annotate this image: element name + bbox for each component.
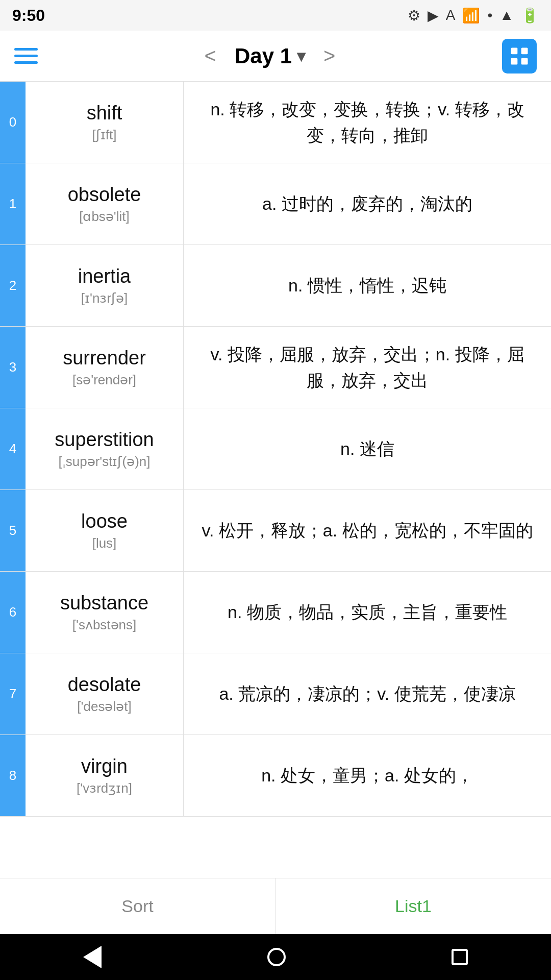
grid-view-button[interactable] [502, 39, 537, 74]
word-english: substance [60, 592, 148, 614]
android-nav-bar [0, 934, 551, 980]
header-nav: < Day 1 ▾ > [205, 44, 336, 68]
next-day-button[interactable]: > [323, 44, 335, 67]
word-definition: n. 转移，改变，变换，转换；v. 转移，改变，转向，推卸 [184, 82, 551, 163]
word-left: virgin ['vɜrdʒɪn] [26, 735, 184, 816]
svg-rect-0 [511, 47, 517, 54]
word-definition: v. 松开，释放；a. 松的，宽松的，不牢固的 [184, 490, 551, 571]
word-phonetic: ['vɜrdʒɪn] [77, 780, 132, 796]
hamburger-menu-button[interactable] [14, 48, 38, 64]
word-definition: n. 惯性，惰性，迟钝 [184, 245, 551, 326]
recent-button[interactable] [452, 949, 468, 965]
word-phonetic: [ɑbsə'lit] [79, 209, 130, 225]
word-english: obsolete [68, 184, 141, 206]
word-index: 1 [0, 163, 26, 244]
word-left: inertia [ɪ'nɜrʃə] [26, 245, 184, 326]
table-row[interactable]: 4 superstition [ˌsupər'stɪʃ(ə)n] n. 迷信 [0, 408, 551, 490]
word-english: desolate [68, 674, 141, 696]
word-left: surrender [sə'rendər] [26, 327, 184, 408]
word-list-container: 0 shift [ʃɪft] n. 转移，改变，变换，转换；v. 转移，改变，转… [0, 82, 551, 980]
table-row[interactable]: 8 virgin ['vɜrdʒɪn] n. 处女，童男；a. 处女的， [0, 735, 551, 817]
word-phonetic: [ʃɪft] [92, 127, 117, 143]
word-english: shift [87, 102, 122, 124]
table-row[interactable]: 7 desolate ['desələt] a. 荒凉的，凄凉的；v. 使荒芜，… [0, 653, 551, 735]
word-index: 2 [0, 245, 26, 326]
table-row[interactable]: 1 obsolete [ɑbsə'lit] a. 过时的，废弃的，淘汰的 [0, 163, 551, 245]
sort-tab[interactable]: Sort [0, 878, 276, 934]
word-phonetic: [ɪ'nɜrʃə] [81, 290, 128, 306]
day-title[interactable]: Day 1 ▾ [235, 44, 305, 68]
back-button[interactable] [83, 946, 102, 968]
dot-icon: • [487, 7, 492, 23]
status-icons: ⚙ ▶ A 📶 • ▲ 🔋 [408, 7, 539, 24]
prev-day-button[interactable]: < [205, 44, 216, 67]
status-time: 9:50 [12, 6, 45, 25]
status-bar: 9:50 ⚙ ▶ A 📶 • ▲ 🔋 [0, 0, 551, 31]
word-index: 8 [0, 735, 26, 816]
word-left: shift [ʃɪft] [26, 82, 184, 163]
table-row[interactable]: 5 loose [lus] v. 松开，释放；a. 松的，宽松的，不牢固的 [0, 490, 551, 572]
word-definition: v. 投降，屈服，放弃，交出；n. 投降，屈服，放弃，交出 [184, 327, 551, 408]
word-english: loose [81, 510, 128, 532]
word-left: obsolete [ɑbsə'lit] [26, 163, 184, 244]
word-left: substance ['sʌbstəns] [26, 572, 184, 653]
word-definition: n. 处女，童男；a. 处女的， [184, 735, 551, 816]
word-definition: n. 迷信 [184, 408, 551, 489]
word-definition: a. 荒凉的，凄凉的；v. 使荒芜，使凄凉 [184, 653, 551, 734]
svg-rect-2 [511, 58, 517, 64]
signal-icon: ▲ [499, 7, 514, 23]
word-phonetic: ['desələt] [77, 699, 131, 715]
word-english: surrender [63, 347, 146, 369]
word-index: 6 [0, 572, 26, 653]
word-index: 5 [0, 490, 26, 571]
svg-rect-1 [521, 47, 528, 54]
table-row[interactable]: 2 inertia [ɪ'nɜrʃə] n. 惯性，惰性，迟钝 [0, 245, 551, 327]
table-row[interactable]: 3 surrender [sə'rendər] v. 投降，屈服，放弃，交出；n… [0, 327, 551, 408]
word-left: superstition [ˌsupər'stɪʃ(ə)n] [26, 408, 184, 489]
word-phonetic: ['sʌbstəns] [72, 617, 137, 633]
word-index: 0 [0, 82, 26, 163]
word-left: loose [lus] [26, 490, 184, 571]
list1-tab-label: List1 [395, 896, 432, 916]
gear-icon: ⚙ [408, 7, 420, 24]
word-english: superstition [55, 429, 154, 451]
list1-tab[interactable]: List1 [276, 878, 551, 934]
home-icon [267, 948, 286, 966]
table-row[interactable]: 6 substance ['sʌbstəns] n. 物质，物品，实质，主旨，重… [0, 572, 551, 653]
word-phonetic: [lus] [92, 535, 117, 551]
word-index: 3 [0, 327, 26, 408]
svg-rect-3 [521, 58, 528, 64]
wifi-icon: 📶 [462, 7, 480, 24]
battery-icon: 🔋 [521, 7, 539, 24]
play-icon: ▶ [428, 7, 439, 24]
word-left: desolate ['desələt] [26, 653, 184, 734]
bottom-tab-bar: Sort List1 [0, 878, 551, 934]
day-dropdown-chevron: ▾ [297, 46, 305, 66]
word-phonetic: [ˌsupər'stɪʃ(ə)n] [59, 454, 151, 470]
word-definition: a. 过时的，废弃的，淘汰的 [184, 163, 551, 244]
table-row[interactable]: 0 shift [ʃɪft] n. 转移，改变，变换，转换；v. 转移，改变，转… [0, 82, 551, 163]
word-index: 4 [0, 408, 26, 489]
recent-icon [452, 949, 468, 965]
word-phonetic: [sə'rendər] [72, 372, 136, 388]
header: < Day 1 ▾ > [0, 31, 551, 82]
grid-icon [508, 45, 531, 67]
word-list: 0 shift [ʃɪft] n. 转移，改变，变换，转换；v. 转移，改变，转… [0, 82, 551, 817]
word-english: virgin [81, 755, 128, 777]
back-icon [83, 946, 102, 968]
font-icon: A [446, 7, 456, 23]
word-definition: n. 物质，物品，实质，主旨，重要性 [184, 572, 551, 653]
word-english: inertia [78, 265, 131, 287]
sort-tab-label: Sort [121, 896, 153, 916]
home-button[interactable] [267, 948, 286, 966]
word-index: 7 [0, 653, 26, 734]
